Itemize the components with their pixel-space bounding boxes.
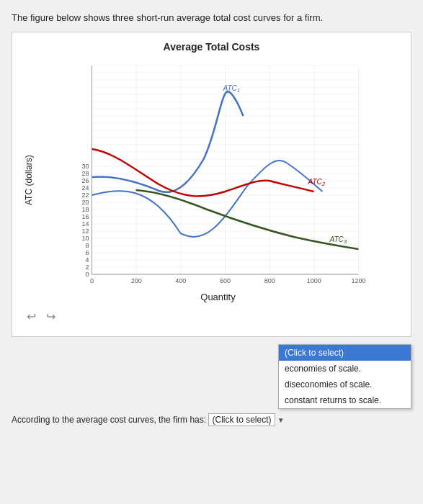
dropdown-menu[interactable]: (Click to select) economies of scale. di… bbox=[278, 344, 411, 409]
svg-text:24: 24 bbox=[81, 184, 89, 192]
svg-text:800: 800 bbox=[264, 277, 275, 284]
svg-text:18: 18 bbox=[81, 206, 89, 213]
undo-button[interactable]: ↩ bbox=[24, 308, 39, 325]
undo-redo-controls: ↩ ↪ bbox=[24, 308, 399, 325]
svg-text:22: 22 bbox=[81, 192, 89, 199]
svg-text:0: 0 bbox=[90, 277, 94, 284]
dropdown-arrow[interactable]: ▼ bbox=[277, 416, 285, 424]
atc1-label: ATC1 bbox=[223, 84, 241, 94]
answer-select[interactable]: (Click to select) bbox=[208, 413, 275, 426]
svg-text:26: 26 bbox=[81, 177, 89, 184]
chart-inner: 0 2 4 6 8 10 12 14 16 18 20 22 24 26 28 … bbox=[37, 58, 399, 302]
svg-text:1200: 1200 bbox=[351, 277, 365, 284]
svg-text:6: 6 bbox=[85, 249, 89, 256]
y-axis-label: ATC (dollars) bbox=[24, 58, 34, 302]
svg-text:28: 28 bbox=[81, 170, 89, 177]
svg-text:1000: 1000 bbox=[307, 277, 321, 284]
svg-text:20: 20 bbox=[81, 199, 89, 206]
bottom-question: According to the average cost curves, th… bbox=[12, 413, 411, 426]
svg-text:16: 16 bbox=[81, 213, 89, 220]
chart-svg: 0 2 4 6 8 10 12 14 16 18 20 22 24 26 28 … bbox=[37, 58, 399, 289]
svg-text:600: 600 bbox=[220, 277, 231, 284]
dropdown-option-3[interactable]: constant returns to scale. bbox=[279, 392, 411, 408]
dropdown-option-1[interactable]: economies of scale. bbox=[279, 361, 411, 377]
svg-text:400: 400 bbox=[175, 277, 186, 284]
dropdown-option-2[interactable]: diseconomies of scale. bbox=[279, 377, 411, 392]
svg-text:200: 200 bbox=[131, 277, 142, 284]
svg-text:10: 10 bbox=[81, 235, 89, 242]
question-text: According to the average cost curves, th… bbox=[12, 415, 206, 425]
svg-text:14: 14 bbox=[81, 220, 89, 228]
svg-text:0: 0 bbox=[85, 271, 89, 278]
redo-button[interactable]: ↪ bbox=[43, 308, 58, 325]
chart-area: ATC (dollars) bbox=[24, 58, 399, 302]
x-axis-label: Quantity bbox=[37, 292, 399, 302]
svg-text:12: 12 bbox=[81, 228, 89, 235]
svg-text:8: 8 bbox=[85, 242, 89, 249]
dropdown-option-0[interactable]: (Click to select) bbox=[279, 345, 411, 361]
atc3-label: ATC3 bbox=[329, 235, 347, 245]
svg-text:2: 2 bbox=[85, 264, 89, 271]
chart-title: Average Total Costs bbox=[24, 41, 399, 53]
intro-text: The figure below shows three short-run a… bbox=[12, 12, 411, 24]
svg-text:4: 4 bbox=[85, 256, 89, 264]
svg-text:30: 30 bbox=[81, 163, 89, 170]
chart-container: Average Total Costs ATC (dollars) bbox=[12, 32, 411, 337]
